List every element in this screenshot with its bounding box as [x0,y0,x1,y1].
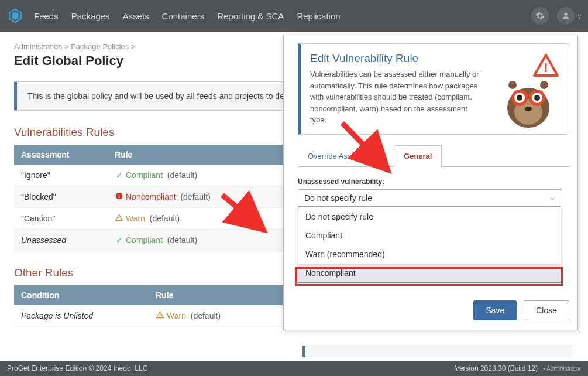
status-text: Warn [126,214,145,223]
assessment-cell: "Caution" [14,208,108,230]
partial-info-card [302,346,572,357]
nav-replication[interactable]: Replication [297,11,340,21]
default-label: (default) [167,235,197,245]
svg-point-23 [508,81,517,89]
logo-icon [7,8,23,24]
status-text: Compliant [126,235,163,245]
status-text: Warn [167,311,186,320]
default-label: (default) [180,192,210,201]
close-button[interactable]: Close [524,300,569,320]
nav-reporting[interactable]: Reporting & SCA [217,11,284,21]
default-label: (default) [191,311,221,320]
exclaim-icon [115,192,123,201]
assessment-cell: Unassessed [14,230,108,251]
svg-marker-1 [12,12,18,20]
dropdown-option[interactable]: Noncompliant [298,264,561,282]
nav-assets[interactable]: Assets [123,11,149,21]
nav-packages[interactable]: Packages [71,11,110,21]
footer: ProGet Enterprise Edition © 2024 Inedo, … [0,361,588,376]
settings-button[interactable] [531,7,549,25]
default-label: (default) [150,214,180,223]
breadcrumb-policies[interactable]: Package Policies [71,42,129,51]
footer-version: Version 2023.30 (Build 12) [455,364,538,372]
modal-info-card: Edit Vulnerability Rule Vulnerabilities … [298,43,569,135]
check-icon: ✓ [115,170,123,180]
chevron-down-icon: ⌵ [551,194,555,201]
user-button[interactable] [557,7,575,25]
svg-rect-11 [160,317,160,317]
user-chevron-icon: v [578,13,581,19]
assessment-cell: "Blocked" [14,186,108,208]
dropdown-option[interactable]: Compliant [298,226,561,245]
warn-icon [156,311,164,320]
svg-point-22 [525,107,532,111]
modal-tabs: Override Assessments General [298,145,569,167]
select-value: Do not specify rule [304,193,372,203]
svg-rect-10 [160,314,160,316]
svg-point-24 [540,81,548,89]
svg-text:!: ! [544,60,548,75]
gear-icon [535,11,545,20]
modal-buttons: Save Close [298,300,569,320]
footer-copyright: ProGet Enterprise Edition © 2024 Inedo, … [7,364,147,372]
default-label: (default) [167,170,197,180]
tab-general[interactable]: General [394,145,442,167]
col-condition: Condition [14,285,149,305]
warn-icon [115,214,123,223]
nav-containers[interactable]: Containers [162,11,205,21]
unassessed-dropdown: Do not specify ruleCompliantWarn (recomm… [298,207,561,283]
modal-description: Vulnerabilities can be assessed either m… [310,69,486,126]
svg-point-21 [534,95,540,101]
save-button[interactable]: Save [473,300,517,320]
tab-override-assessments[interactable]: Override Assessments [298,145,394,167]
svg-rect-4 [119,194,119,197]
nav: Feeds Packages Assets Containers Reporti… [34,11,531,21]
footer-right: Version 2023.30 (Build 12) • Administrat… [452,364,581,372]
condition-cell: Package is Unlisted [14,305,149,327]
svg-rect-5 [119,197,119,198]
otter-mascot-icon: ! [496,52,561,128]
status-text: Noncompliant [126,192,176,201]
status-text: Compliant [126,170,163,180]
footer-admin: • Administrator [543,365,581,372]
svg-point-2 [564,13,567,16]
nav-feeds[interactable]: Feeds [34,11,59,21]
dropdown-option[interactable]: Do not specify rule [298,207,561,226]
svg-point-20 [517,95,522,101]
unassessed-label: Unassessed vulnerability: [298,177,569,186]
col-assessment: Assessment [14,145,108,165]
assessment-cell: "Ignore" [14,165,108,186]
unassessed-select[interactable]: Do not specify rule ⌵ [298,189,561,207]
user-icon [561,11,570,20]
topbar-actions: v [531,7,581,25]
edit-vuln-rule-modal: Edit Vulnerability Rule Vulnerabilities … [283,35,578,330]
dropdown-option[interactable]: Warn (recommended) [298,245,561,264]
topbar: Feeds Packages Assets Containers Reporti… [0,0,588,32]
svg-rect-7 [119,217,119,219]
svg-rect-8 [119,220,119,220]
breadcrumb-admin[interactable]: Administration [14,42,62,51]
check-icon: ✓ [115,235,123,245]
